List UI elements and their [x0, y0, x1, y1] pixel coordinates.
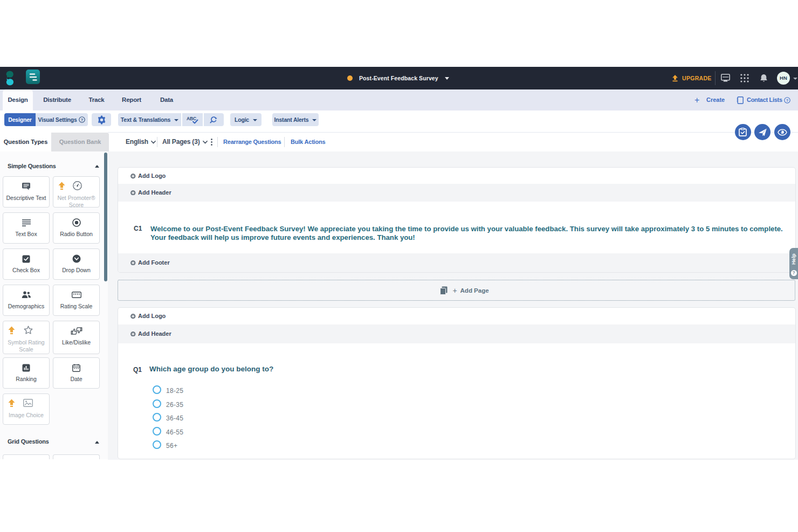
svg-text:?: ?	[81, 118, 84, 122]
svg-text:ABC: ABC	[187, 116, 196, 121]
svg-text:?: ?	[786, 98, 789, 102]
